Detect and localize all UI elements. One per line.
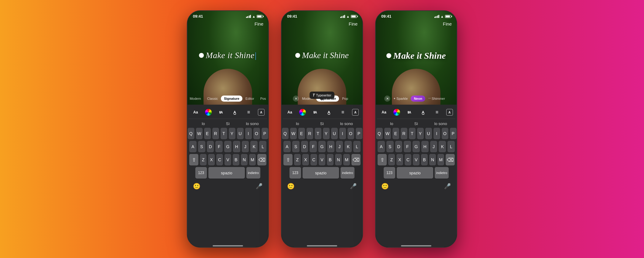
- key-U-1[interactable]: U: [237, 128, 244, 139]
- style-classic-1[interactable]: Classic: [204, 96, 221, 102]
- key-P-1[interactable]: P: [262, 128, 268, 139]
- key-W-3[interactable]: W: [384, 128, 391, 139]
- key-O-2[interactable]: O: [348, 128, 354, 139]
- key-back-2[interactable]: ⌫: [351, 154, 361, 166]
- key-J-3[interactable]: J: [430, 141, 437, 152]
- key-Y-2[interactable]: Y: [323, 128, 330, 139]
- color-wheel-2[interactable]: [299, 109, 306, 116]
- mic-key-2[interactable]: 🎤: [349, 182, 358, 190]
- key-P-2[interactable]: P: [356, 128, 362, 139]
- style-signature-1[interactable]: Signature: [221, 96, 242, 102]
- style-neon-3[interactable]: Neon: [411, 96, 425, 102]
- align-btn-2[interactable]: ≡: [338, 108, 347, 117]
- align-btn-3[interactable]: ≡: [432, 108, 441, 117]
- font-size-btn-3[interactable]: Aa: [379, 108, 389, 117]
- pred-losono-3[interactable]: lo sono: [428, 121, 453, 126]
- mic-key-1[interactable]: 🎤: [255, 182, 263, 190]
- key-G-2[interactable]: G: [318, 141, 326, 152]
- key-F-2[interactable]: F: [310, 141, 317, 152]
- style-pop-2[interactable]: Pop: [339, 96, 351, 102]
- key-A-3[interactable]: A: [378, 141, 385, 152]
- style-editor-1[interactable]: Editor: [242, 96, 257, 102]
- key-Z-2[interactable]: Z: [294, 154, 301, 166]
- key-E-3[interactable]: E: [392, 128, 399, 139]
- pred-si-1[interactable]: Sì: [216, 121, 240, 126]
- font-btn-2[interactable]: A̲: [324, 108, 334, 117]
- key-123-2[interactable]: 123: [289, 167, 301, 179]
- key-T-3[interactable]: T: [409, 128, 416, 139]
- key-C-2[interactable]: C: [310, 154, 317, 166]
- key-space-3[interactable]: spazio: [397, 167, 433, 179]
- font-btn-1[interactable]: A̲: [230, 108, 239, 117]
- mic-key-3[interactable]: 🎤: [443, 182, 452, 190]
- pred-si-2[interactable]: Sì: [310, 121, 334, 126]
- key-D-2[interactable]: D: [301, 141, 308, 152]
- key-V-1[interactable]: V: [224, 154, 231, 166]
- key-Y-1[interactable]: Y: [229, 128, 235, 139]
- emoji-key-3[interactable]: 🙂: [381, 182, 389, 190]
- style-toggle-3[interactable]: IIA: [405, 108, 414, 117]
- key-S-2[interactable]: S: [292, 141, 300, 152]
- key-R-3[interactable]: R: [401, 128, 407, 139]
- key-S-3[interactable]: S: [386, 141, 394, 152]
- key-back-1[interactable]: ⌫: [257, 154, 266, 166]
- key-Y-3[interactable]: Y: [417, 128, 424, 139]
- case-btn-1[interactable]: A: [258, 109, 265, 116]
- key-indietro-2[interactable]: indietro: [341, 167, 355, 179]
- key-H-3[interactable]: H: [421, 141, 429, 152]
- key-D-1[interactable]: D: [207, 141, 214, 152]
- color-wheel-3[interactable]: [393, 109, 400, 116]
- color-wheel-1[interactable]: [205, 109, 212, 116]
- key-R-1[interactable]: R: [212, 128, 219, 139]
- key-W-2[interactable]: W: [290, 128, 297, 139]
- key-Z-3[interactable]: Z: [388, 154, 395, 166]
- key-A-1[interactable]: A: [189, 141, 197, 152]
- key-F-3[interactable]: F: [404, 141, 411, 152]
- style-shimmer-3[interactable]: 〰Shimmer: [425, 96, 448, 102]
- key-G-3[interactable]: G: [413, 141, 420, 152]
- fine-button-2[interactable]: Fine: [349, 21, 358, 26]
- key-O-1[interactable]: O: [253, 128, 260, 139]
- key-back-3[interactable]: ⌫: [446, 154, 455, 166]
- key-A-2[interactable]: A: [283, 141, 291, 152]
- key-E-2[interactable]: E: [298, 128, 305, 139]
- key-123-1[interactable]: 123: [195, 167, 207, 179]
- emoji-key-1[interactable]: 🙂: [192, 182, 201, 190]
- case-btn-3[interactable]: A: [446, 109, 453, 116]
- font-size-btn-1[interactable]: Aa: [191, 108, 200, 117]
- key-D-3[interactable]: D: [395, 141, 402, 152]
- key-I-2[interactable]: I: [339, 128, 346, 139]
- key-B-2[interactable]: B: [327, 154, 334, 166]
- font-size-btn-2[interactable]: Aa: [285, 108, 294, 117]
- key-K-3[interactable]: K: [439, 141, 446, 152]
- key-indietro-1[interactable]: indietro: [246, 167, 260, 179]
- style-toggle-1[interactable]: IIA: [216, 108, 225, 117]
- pred-si-3[interactable]: Sì: [404, 121, 429, 126]
- emoji-key-2[interactable]: 🙂: [286, 182, 295, 190]
- align-btn-1[interactable]: ≡: [244, 108, 253, 117]
- key-V-2[interactable]: V: [319, 154, 325, 166]
- key-C-3[interactable]: C: [405, 154, 411, 166]
- key-V-3[interactable]: V: [413, 154, 420, 166]
- key-I-1[interactable]: I: [245, 128, 252, 139]
- key-S-1[interactable]: S: [198, 141, 205, 152]
- key-N-3[interactable]: N: [429, 154, 436, 166]
- key-space-1[interactable]: spazio: [208, 167, 245, 179]
- key-F-1[interactable]: F: [215, 141, 223, 152]
- key-space-2[interactable]: spazio: [303, 167, 339, 179]
- key-K-1[interactable]: K: [250, 141, 258, 152]
- key-H-2[interactable]: H: [327, 141, 334, 152]
- key-E-1[interactable]: E: [204, 128, 211, 139]
- key-X-1[interactable]: X: [208, 154, 215, 166]
- pred-io-2[interactable]: lo: [285, 121, 310, 126]
- key-Q-2[interactable]: Q: [282, 128, 289, 139]
- key-B-3[interactable]: B: [421, 154, 428, 166]
- key-U-2[interactable]: U: [331, 128, 338, 139]
- style-sparkle-3[interactable]: ✦Sparkle: [390, 96, 411, 102]
- key-L-2[interactable]: L: [353, 141, 361, 152]
- pred-io-3[interactable]: lo: [379, 121, 404, 126]
- key-P-3[interactable]: P: [450, 128, 457, 139]
- key-Q-3[interactable]: Q: [376, 128, 383, 139]
- close-style-btn-2[interactable]: ✕: [293, 96, 299, 102]
- key-X-3[interactable]: X: [396, 154, 403, 166]
